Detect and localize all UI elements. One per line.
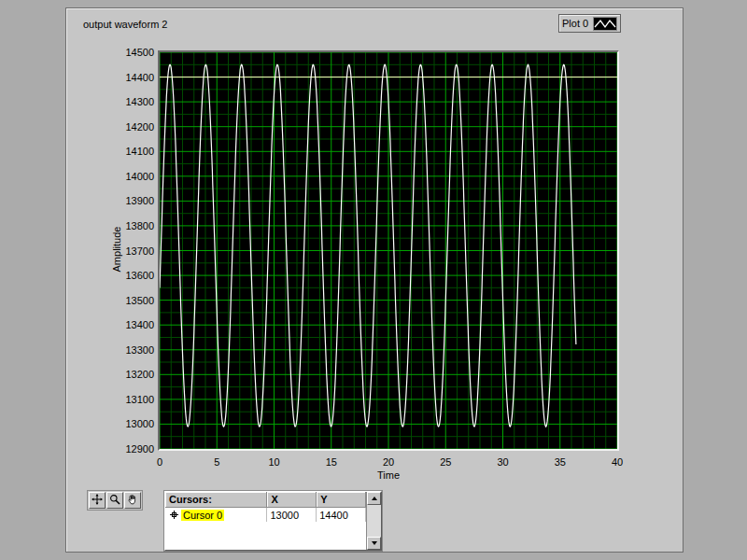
y-tick-label: 14500 [66,47,154,58]
cursor-row[interactable]: Cursor 01300014400 [165,508,366,522]
x-tick-label: 15 [326,456,337,468]
y-tick-label: 14100 [66,146,154,157]
pan-tool-button[interactable] [124,492,141,509]
x-tick-label: 5 [214,456,219,468]
cursor-legend-table: Cursors: X Y Cursor 01300014400 [165,492,366,550]
x-tick-label: 20 [383,456,394,468]
cursor-name-cell[interactable]: Cursor 0 [165,508,267,522]
zoom-tool-button[interactable] [106,492,123,509]
y-tick-label: 14200 [66,121,154,133]
y-tick-label: 13700 [66,245,154,257]
down-arrow-icon [372,541,377,545]
x-tick-label: 25 [440,456,451,468]
y-tick-label: 14000 [66,171,154,182]
cursor-x-value[interactable]: 13000 [267,508,317,522]
y-tick-label: 13500 [66,295,154,306]
hand-icon [127,494,138,508]
scroll-up-button[interactable] [367,492,381,505]
x-axis-label: Time [377,469,400,481]
y-tick-label: 14400 [66,72,154,83]
y-tick-label: 13900 [66,195,154,206]
x-tick-label: 0 [157,456,162,468]
x-tick-label: 30 [497,456,508,468]
y-tick-label: 13000 [66,418,154,429]
cursor-name[interactable]: Cursor 0 [181,510,224,521]
front-panel: output waveform 2 Plot 0 Amplitude 14500… [65,7,684,553]
x-tick-label: 40 [612,456,623,468]
cursor-move-tool-button[interactable] [89,492,106,509]
y-tick-label: 13800 [66,220,154,231]
cursor-legend-header: Cursors: X Y [165,492,366,508]
magnifier-icon [109,494,120,508]
plot-frame [158,50,619,451]
y-tick-label: 14300 [66,96,154,107]
crosshair-icon [92,494,103,508]
cursor-legend-body: Cursor 01300014400 [165,508,366,550]
y-tick-label: 13200 [66,369,154,380]
y-tick-label: 12900 [66,443,154,455]
y-tick-label: 13300 [66,344,154,356]
cursor-y-column-header: Y [317,492,366,508]
plot-legend-label: Plot 0 [562,18,588,29]
graph-tool-palette [87,490,143,511]
scroll-down-button[interactable] [367,537,381,550]
y-tick-label: 13100 [66,394,154,405]
x-tick-label: 10 [268,456,279,468]
waveform-plot-area[interactable] [160,52,617,449]
y-tick-label: 13400 [66,319,154,330]
x-tick-label: 35 [555,456,566,468]
cursor-x-column-header: X [267,492,317,508]
scrollbar-track[interactable] [367,505,381,537]
cursor-style-icon[interactable] [170,511,178,519]
y-tick-label: 13600 [66,270,154,281]
up-arrow-icon [372,497,377,500]
cursor-legend-scrollbar[interactable] [366,492,381,550]
graph-title: output waveform 2 [83,19,168,30]
plot-legend[interactable]: Plot 0 [558,14,621,33]
cursor-y-value[interactable]: 14400 [317,508,366,522]
cursor-legend: Cursors: X Y Cursor 01300014400 [164,491,382,551]
plot-line-sample-icon[interactable] [593,17,617,31]
cursors-title: Cursors: [165,492,267,508]
